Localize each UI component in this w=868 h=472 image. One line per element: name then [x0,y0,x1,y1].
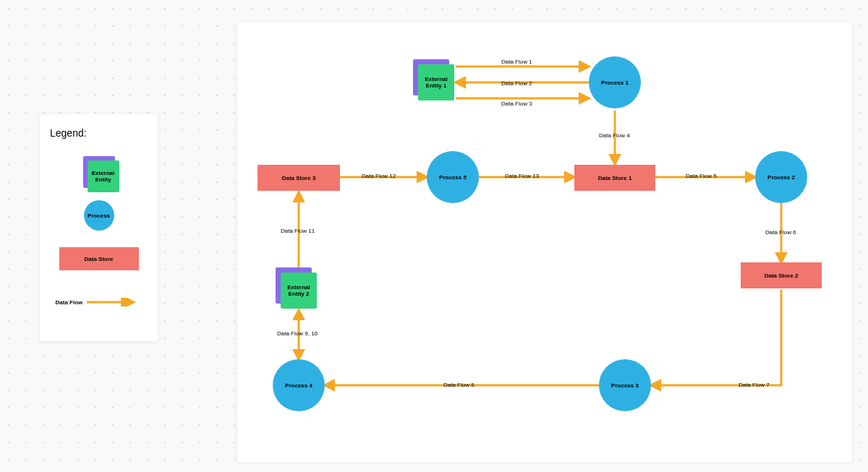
label-data-flow-12: Data Flow 12 [362,173,396,179]
node-external-entity-2[interactable]: External Entity 2 [281,273,317,309]
node-process-3[interactable]: Process 3 [599,359,651,411]
label-data-flow-9-10: Data Flow 9, 10 [277,330,318,337]
diagram-canvas[interactable]: External Entity 1 Process 1 Data Store 3… [237,22,852,462]
node-data-store-1[interactable]: Data Store 1 [574,165,655,191]
legend-external-entity: External Entity [50,150,148,194]
arrow-icon [87,298,137,306]
label-data-flow-11: Data Flow 11 [281,228,315,234]
external-entity-icon: External Entity [83,156,115,188]
node-data-store-3[interactable]: Data Store 3 [258,165,340,191]
label-data-flow-13: Data Flow 13 [505,173,539,179]
data-store-icon: Data Store [59,247,139,270]
label-data-flow-5: Data Flow 5 [686,173,717,179]
flow-arrows [237,22,852,462]
label-data-flow-7: Data Flow 7 [739,382,770,388]
node-process-2[interactable]: Process 2 [755,151,807,203]
process-icon: Process [84,200,114,231]
node-external-entity-1[interactable]: External Entity 1 [418,64,454,100]
legend-panel: Legend: External Entity Process Data Sto… [40,114,158,341]
legend-title: Legend: [50,127,148,139]
label-data-flow-6: Data Flow 6 [765,229,796,236]
node-data-store-2[interactable]: Data Store 2 [741,262,822,288]
label-data-flow-4: Data Flow 4 [599,132,630,139]
node-process-4[interactable]: Process 4 [273,359,325,411]
label-data-flow-1: Data Flow 1 [501,59,532,65]
legend-process: Process [50,194,148,237]
label-data-flow-3: Data Flow 3 [501,100,532,107]
legend-data-store: Data Store [50,237,148,280]
data-flow-label: Data Flow [56,299,83,306]
node-process-5[interactable]: Process 5 [427,151,479,203]
node-process-1[interactable]: Process 1 [589,56,641,108]
legend-data-flow: Data Flow [50,280,148,324]
label-data-flow-2: Data Flow 2 [501,80,532,87]
label-data-flow-8: Data Flow 8 [443,382,475,388]
